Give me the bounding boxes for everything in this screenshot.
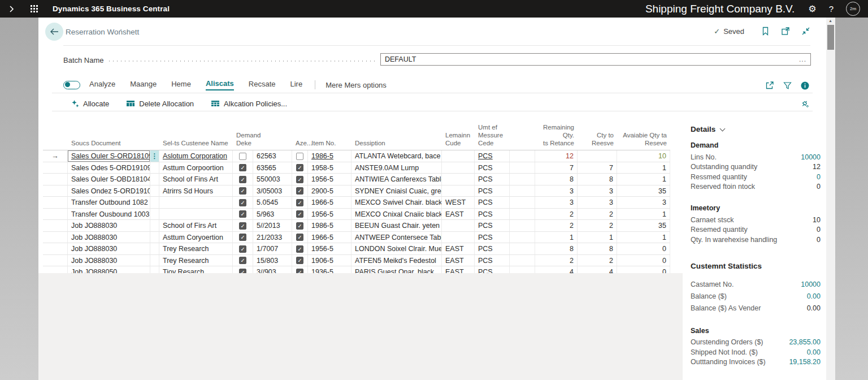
checkbox[interactable]: ✓ (296, 187, 303, 195)
checkbox[interactable]: ✓ (239, 199, 246, 206)
checkbox[interactable] (296, 153, 303, 160)
cell-item-no[interactable]: 1966-5 (308, 232, 351, 243)
cell-unit-of-measure[interactable]: PCS (475, 185, 510, 197)
checkbox[interactable]: ✓ (239, 222, 246, 230)
cell-remaining-qty[interactable]: 2 (535, 255, 578, 266)
column-header-remaining[interactable]: Remaining Qty. ts Retance (535, 124, 578, 147)
cell-unit-of-measure[interactable]: PCS (475, 220, 510, 231)
cell-demand-checkbox[interactable]: ✓ (233, 209, 253, 220)
cell-remaining-qty[interactable]: 3 (535, 185, 578, 197)
column-header-loc[interactable]: Lemainn Cude (442, 132, 475, 148)
details-value[interactable]: 23,855.00 (789, 338, 821, 346)
cell-line-no[interactable]: 5/963 (253, 209, 292, 220)
scrollbar-thumb[interactable] (827, 25, 834, 50)
cell-available-qty[interactable]: 0 (617, 243, 670, 254)
row-menu-button[interactable] (150, 174, 159, 185)
checkbox[interactable]: ✓ (239, 164, 246, 171)
app-title[interactable]: Dynamics 365 Business Central (53, 5, 170, 13)
cell-item-no[interactable]: 1956-5 (308, 174, 351, 185)
checkbox[interactable]: ✓ (239, 187, 246, 195)
checkbox[interactable]: ✓ (239, 176, 246, 183)
details-value[interactable]: 10000 (801, 280, 821, 288)
help-icon[interactable]: ? (829, 4, 834, 14)
column-header-demand[interactable]: Demand Deke (233, 132, 253, 148)
cell-description[interactable]: SYDNEY Cniaisl Cuaic, green (351, 185, 442, 197)
cell-available-qty[interactable]: 1 (617, 174, 670, 185)
assist-edit-button[interactable]: ... (799, 55, 806, 63)
cell-accept-checkbox[interactable]: ✓ (292, 232, 308, 243)
cell-accept-checkbox[interactable]: ✓ (292, 243, 308, 254)
cell-customer-name[interactable]: Trey Research (159, 243, 233, 254)
company-name[interactable]: Shipping Freight Company B.V. (645, 3, 795, 15)
vertical-scrollbar[interactable]: ▲ (826, 18, 835, 380)
row-menu-button[interactable] (150, 197, 159, 208)
cell-description[interactable]: MEXCO Cnixal Cnaiic black (351, 209, 442, 220)
cell-remaining-qty[interactable]: 2 (535, 220, 578, 231)
collapse-icon[interactable] (801, 27, 810, 36)
cell-source-document[interactable]: Job JO888030 (68, 232, 150, 243)
checkbox[interactable]: ✓ (296, 245, 303, 253)
cell-qty-to-reserve[interactable]: 3 (578, 185, 617, 197)
cell-source-document[interactable]: Job JO888030 (68, 255, 150, 266)
cell-customer-name[interactable]: Asttum Corpoortion (159, 162, 233, 174)
cell-item-no[interactable]: 1956-5 (308, 243, 351, 254)
cell-source-document[interactable]: Transfer Ousbound 1003 (68, 209, 150, 220)
cell-customer-name[interactable]: School of Firs Art (159, 220, 233, 231)
cell-line-no[interactable]: 5//2013 (253, 220, 292, 231)
cell-accept-checkbox[interactable] (292, 150, 308, 162)
cell-unit-of-measure[interactable]: PCS (475, 162, 510, 174)
cell-source-document[interactable]: Sales Ouler S-ORD181091 (68, 150, 150, 162)
cell-unit-of-measure[interactable]: PCS (475, 255, 510, 266)
cell-accept-checkbox[interactable]: ✓ (292, 255, 308, 266)
cell-unit-of-measure[interactable]: PCS (475, 243, 510, 254)
cell-qty-to-reserve[interactable]: 2 (578, 209, 617, 220)
cell-remaining-qty[interactable]: 7 (535, 162, 578, 174)
cell-source-document[interactable]: Sales Odes 5-ORD191092 (68, 162, 150, 174)
cell-line-no[interactable]: 63565 (253, 162, 292, 174)
checkbox[interactable]: ✓ (239, 234, 246, 241)
checkbox[interactable]: ✓ (296, 234, 303, 241)
bookmark-icon[interactable] (761, 27, 770, 36)
info-icon[interactable] (801, 81, 809, 90)
cell-line-no[interactable]: 550003 (253, 174, 292, 185)
cell-customer-name[interactable]: Asttum Coryoertion (159, 232, 233, 243)
cell-location-code[interactable]: EAST (442, 243, 475, 254)
cell-line-no[interactable]: 62563 (253, 150, 292, 162)
table-row[interactable]: Job JO888030School of Firs Art✓5//2013✓1… (43, 220, 670, 232)
cell-item-no[interactable]: 1966-5 (308, 197, 351, 208)
cell-available-qty[interactable]: 3 (617, 197, 670, 208)
cell-accept-checkbox[interactable]: ✓ (292, 185, 308, 197)
details-value[interactable]: 0.00 (807, 292, 821, 300)
cell-available-qty[interactable]: 35 (617, 185, 670, 197)
delete-allocation-button[interactable]: Delete Allocation (126, 100, 194, 108)
checkbox[interactable] (239, 153, 246, 160)
batch-name-field[interactable]: DEFAULT ... (380, 53, 811, 66)
cell-demand-checkbox[interactable]: ✓ (233, 185, 253, 197)
cell-demand-checkbox[interactable]: ✓ (233, 197, 253, 208)
cell-available-qty[interactable]: 10 (617, 150, 670, 162)
column-header-uom[interactable]: Umt ef Messure Cede (475, 124, 510, 147)
checkbox[interactable]: ✓ (296, 199, 303, 206)
analyze-toggle[interactable] (63, 81, 80, 89)
allocate-button[interactable]: Allocate (71, 100, 109, 108)
table-row[interactable]: Sales Ouler 5-OBD181043School of Fins Ar… (43, 174, 670, 185)
row-menu-button[interactable] (150, 220, 159, 231)
more-options-button[interactable]: Mere Mers options (326, 81, 387, 89)
column-header-customer[interactable]: Sel-ts Custenee Name (159, 140, 233, 148)
cell-remaining-qty[interactable]: 12 (535, 150, 578, 162)
cell-description[interactable]: ANTWEEP Contersece Table (351, 232, 442, 243)
cell-description[interactable]: ATFEN5 Meikd's Fedestol (351, 255, 442, 266)
cell-line-no[interactable]: 5.0545 (253, 197, 292, 208)
cell-customer-name[interactable] (159, 197, 233, 208)
cell-available-qty[interactable]: 1 (617, 232, 670, 243)
cell-source-document[interactable]: Job JO888030 (68, 220, 150, 231)
pin-icon[interactable] (800, 99, 809, 108)
cell-description[interactable]: ATLANTA Wetebcard, bace (351, 150, 442, 162)
cell-item-no[interactable]: 1906-5 (308, 255, 351, 266)
cell-available-qty[interactable]: 35 (617, 220, 670, 231)
cell-location-code[interactable] (442, 220, 475, 231)
row-menu-button[interactable] (150, 185, 159, 197)
column-header-aze[interactable]: Aze... (292, 140, 308, 148)
column-header-qty[interactable]: Cty to Reesve (578, 132, 617, 148)
tab-recsate[interactable]: Recsate (249, 80, 276, 90)
